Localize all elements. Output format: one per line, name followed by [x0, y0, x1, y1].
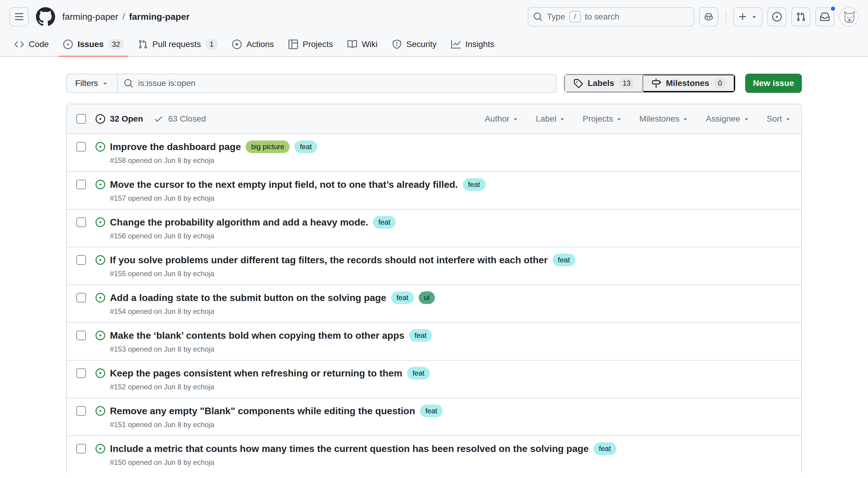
triangle-down-icon	[682, 115, 689, 123]
tab-projects[interactable]: Projects	[284, 32, 338, 56]
tab-issues[interactable]: Issues 32	[58, 32, 128, 56]
issue-title[interactable]: Include a metric that counts how many ti…	[110, 442, 589, 455]
issue-checkbox[interactable]	[76, 406, 86, 416]
issue-opened-icon	[96, 444, 105, 453]
issue-title[interactable]: Improve the dashboard page	[110, 140, 241, 153]
issues-list: 32 Open 63 Closed Author Label Projects …	[66, 104, 802, 473]
header-divider	[725, 11, 726, 23]
issue-title[interactable]: Change the probability algorithm and add…	[110, 216, 368, 229]
tab-actions[interactable]: Actions	[227, 32, 279, 56]
projects-dropdown[interactable]: Projects	[583, 114, 622, 124]
labels-milestones-group: Labels 13 Milestones 0	[564, 74, 736, 93]
issue-checkbox[interactable]	[76, 255, 86, 265]
issue-label[interactable]: feat	[391, 291, 414, 304]
tag-icon	[573, 78, 583, 88]
repo-nav: Code Issues 32 Pull requests 1 Actions P…	[0, 32, 868, 56]
tab-label: Insights	[465, 39, 495, 49]
breadcrumb-owner-link[interactable]: farming-paper	[62, 12, 118, 22]
search-placeholder-prefix: Type	[547, 12, 565, 22]
select-all-checkbox[interactable]	[76, 114, 86, 124]
issue-label[interactable]: feat	[553, 254, 576, 266]
issue-label[interactable]: feat	[409, 329, 432, 342]
list-filter-dropdowns: Author Label Projects Milestones Assigne…	[485, 114, 792, 124]
issue-checkbox[interactable]	[76, 142, 86, 152]
search-icon	[533, 12, 543, 22]
label-dropdown[interactable]: Label	[536, 114, 566, 124]
your-issues-button[interactable]	[767, 7, 786, 26]
issue-opened-icon	[96, 293, 105, 302]
milestones-dropdown[interactable]: Milestones	[640, 114, 689, 124]
git-pull-request-icon	[796, 12, 806, 22]
your-pull-requests-button[interactable]	[791, 7, 810, 26]
sort-dropdown[interactable]: Sort	[767, 114, 792, 124]
triangle-down-icon	[559, 115, 566, 123]
issue-label[interactable]: feat	[594, 442, 616, 455]
tab-label: Wiki	[362, 39, 378, 49]
global-search-input[interactable]: Type / to search	[528, 7, 694, 26]
user-avatar[interactable]	[839, 7, 859, 26]
issue-checkbox[interactable]	[76, 444, 86, 453]
tab-counter: 1	[206, 39, 218, 50]
git-pull-request-icon	[138, 39, 148, 49]
labels-button[interactable]: Labels 13	[564, 74, 643, 92]
issue-title[interactable]: If you solve problems under different ta…	[110, 253, 548, 266]
issue-checkbox[interactable]	[76, 369, 86, 378]
breadcrumb-repo-link[interactable]: farming-paper	[129, 12, 190, 22]
tab-wiki[interactable]: Wiki	[343, 32, 382, 56]
issue-row: Improve the dashboard page big picture f…	[67, 134, 801, 171]
issue-title[interactable]: Keep the pages consistent when refreshin…	[110, 367, 402, 380]
issue-checkbox[interactable]	[76, 331, 86, 340]
issue-label[interactable]: feat	[373, 216, 396, 228]
create-new-button[interactable]	[733, 7, 763, 26]
labels-label: Labels	[588, 78, 614, 88]
issue-title[interactable]: Add a loading state to the submit button…	[110, 291, 386, 304]
new-issue-button[interactable]: New issue	[745, 74, 802, 93]
copilot-button[interactable]	[699, 7, 718, 26]
plus-icon	[738, 12, 748, 22]
filters-dropdown-button[interactable]: Filters	[66, 74, 118, 93]
assignee-dropdown[interactable]: Assignee	[706, 114, 750, 124]
issue-label[interactable]: feat	[420, 405, 443, 417]
issue-meta: #158 opened on Jun 8 by echoja	[110, 156, 317, 165]
issue-title[interactable]: Make the ‘blank’ contents bold when copy…	[110, 329, 404, 342]
issue-label[interactable]: feat	[407, 367, 430, 379]
tab-insights[interactable]: Insights	[446, 32, 499, 56]
issue-label[interactable]: ui	[419, 291, 435, 304]
issue-checkbox[interactable]	[76, 293, 86, 302]
avatar-dog-sketch	[840, 8, 859, 26]
issues-list-header: 32 Open 63 Closed Author Label Projects …	[67, 104, 801, 134]
tab-pull-requests[interactable]: Pull requests 1	[133, 32, 222, 56]
tab-code[interactable]: Code	[9, 32, 54, 56]
milestones-label: Milestones	[666, 78, 709, 88]
github-logo[interactable]	[36, 7, 55, 26]
issue-row: Move the cursor to the next empty input …	[67, 171, 801, 209]
issue-label[interactable]: big picture	[246, 140, 290, 153]
app-header: farming-paper / farming-paper Type / to …	[0, 0, 868, 57]
breadcrumb-separator: /	[123, 12, 125, 22]
author-dropdown[interactable]: Author	[485, 114, 519, 124]
issue-opened-icon	[96, 369, 105, 378]
tab-security[interactable]: Security	[387, 32, 441, 56]
issue-title[interactable]: Move the cursor to the next empty input …	[110, 178, 458, 191]
inbox-button[interactable]	[815, 7, 834, 26]
tab-label: Code	[29, 39, 49, 49]
issues-search-input[interactable]: is:issue is:open	[118, 74, 557, 93]
milestones-button[interactable]: Milestones 0	[643, 74, 735, 92]
play-icon	[232, 39, 242, 49]
issue-opened-icon	[96, 114, 105, 124]
issue-opened-icon	[96, 217, 105, 227]
issue-row: Make the ‘blank’ contents bold when copy…	[67, 322, 801, 360]
closed-issues-toggle[interactable]: 63 Closed	[154, 114, 206, 124]
issue-label[interactable]: feat	[294, 140, 317, 153]
issue-row: Add a loading state to the submit button…	[67, 285, 801, 322]
check-icon	[154, 114, 163, 124]
issue-label[interactable]: feat	[463, 178, 486, 191]
issue-checkbox[interactable]	[76, 180, 86, 189]
triangle-down-icon	[743, 115, 750, 123]
hamburger-menu-button[interactable]	[9, 7, 29, 26]
issue-checkbox[interactable]	[76, 217, 86, 227]
issue-opened-icon	[96, 331, 105, 340]
open-issues-toggle[interactable]: 32 Open	[96, 114, 143, 124]
issue-title[interactable]: Remove any empty "Blank" components whil…	[110, 404, 415, 417]
tab-label: Issues	[78, 39, 104, 49]
